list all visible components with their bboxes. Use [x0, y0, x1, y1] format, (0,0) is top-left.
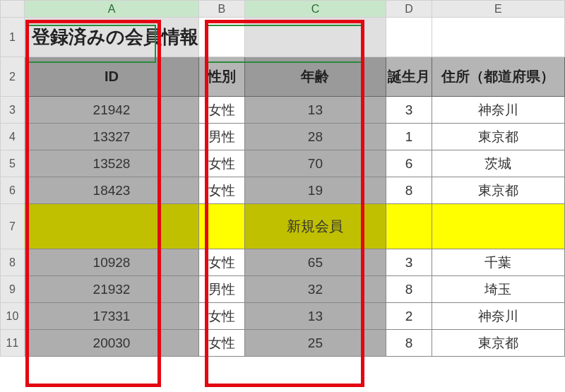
row-header-4[interactable]: 4	[1, 124, 25, 150]
row-header-2[interactable]: 2	[1, 57, 25, 97]
col-header-B[interactable]: B	[199, 1, 245, 18]
cell-birthmonth[interactable]: 6	[386, 150, 432, 177]
header-gender[interactable]: 性別	[199, 57, 245, 97]
cell-gender[interactable]: 女性	[199, 97, 245, 124]
cell-prefecture[interactable]: 東京都	[432, 124, 564, 150]
cell-age[interactable]: 28	[244, 124, 386, 150]
title-row: 1 登録済みの会員情報	[1, 18, 565, 57]
cell-prefecture[interactable]: 神奈川	[432, 97, 564, 124]
table-row: 5 13528 女性 70 6 茨城	[1, 150, 565, 177]
cell-birthmonth[interactable]: 3	[386, 97, 432, 124]
column-headers-row: A B C D E	[1, 1, 565, 18]
cell-B1[interactable]	[199, 18, 245, 57]
row-header-5[interactable]: 5	[1, 150, 25, 177]
cell-age[interactable]: 25	[244, 330, 386, 357]
cell-id[interactable]: 21932	[25, 276, 199, 303]
table-header-row: 2 ID 性別 年齢 誕生月 住所（都道府県）	[1, 57, 565, 97]
spreadsheet-grid: A B C D E 1 登録済みの会員情報 2 ID 性別 年齢 誕生月 住所（…	[0, 0, 565, 357]
cell-id[interactable]: 20030	[25, 330, 199, 357]
cell-gender[interactable]: 女性	[199, 177, 245, 204]
select-all-corner[interactable]	[1, 1, 25, 18]
row-header-7[interactable]: 7	[1, 204, 25, 249]
table-row: 11 20030 女性 25 8 東京都	[1, 330, 565, 357]
table-row: 4 13327 男性 28 1 東京都	[1, 124, 565, 150]
table-row: 6 18423 女性 19 8 東京都	[1, 177, 565, 204]
table-row: 3 21942 女性 13 3 神奈川	[1, 97, 565, 124]
cell-gender[interactable]: 男性	[199, 124, 245, 150]
cell-C1[interactable]	[244, 18, 386, 57]
cell-birthmonth[interactable]: 8	[386, 330, 432, 357]
cell-birthmonth[interactable]: 8	[386, 177, 432, 204]
cell-id[interactable]: 18423	[25, 177, 199, 204]
cell-prefecture[interactable]: 神奈川	[432, 303, 564, 330]
title-cell[interactable]: 登録済みの会員情報	[25, 18, 199, 57]
cell-age[interactable]: 13	[244, 97, 386, 124]
header-prefecture[interactable]: 住所（都道府県）	[432, 57, 564, 97]
cell-age[interactable]: 13	[244, 303, 386, 330]
row-header-10[interactable]: 10	[1, 303, 25, 330]
cell-id[interactable]: 10928	[25, 249, 199, 276]
col-header-D[interactable]: D	[386, 1, 432, 18]
cell-age[interactable]: 32	[244, 276, 386, 303]
row-header-6[interactable]: 6	[1, 177, 25, 204]
cell-gender[interactable]: 女性	[199, 249, 245, 276]
row-header-8[interactable]: 8	[1, 249, 25, 276]
cell-birthmonth[interactable]: 8	[386, 276, 432, 303]
row-header-1[interactable]: 1	[1, 18, 25, 57]
cell-birthmonth[interactable]: 1	[386, 124, 432, 150]
cell-E1[interactable]	[432, 18, 564, 57]
cell-newmember-A[interactable]	[25, 204, 199, 249]
col-header-C[interactable]: C	[244, 1, 386, 18]
cell-newmember-D[interactable]	[386, 204, 432, 249]
cell-birthmonth[interactable]: 2	[386, 303, 432, 330]
cell-prefecture[interactable]: 千葉	[432, 249, 564, 276]
cell-newmember-E[interactable]	[432, 204, 564, 249]
header-birthmonth[interactable]: 誕生月	[386, 57, 432, 97]
cell-id[interactable]: 13327	[25, 124, 199, 150]
table-row: 10 17331 女性 13 2 神奈川	[1, 303, 565, 330]
cell-id[interactable]: 13528	[25, 150, 199, 177]
new-member-label[interactable]: 新規会員	[244, 204, 386, 249]
cell-age[interactable]: 70	[244, 150, 386, 177]
cell-gender[interactable]: 女性	[199, 150, 245, 177]
table-row: 8 10928 女性 65 3 千葉	[1, 249, 565, 276]
cell-birthmonth[interactable]: 3	[386, 249, 432, 276]
table-row: 9 21932 男性 32 8 埼玉	[1, 276, 565, 303]
cell-gender[interactable]: 女性	[199, 303, 245, 330]
cell-id[interactable]: 17331	[25, 303, 199, 330]
row-header-3[interactable]: 3	[1, 97, 25, 124]
cell-prefecture[interactable]: 東京都	[432, 330, 564, 357]
col-header-A[interactable]: A	[25, 1, 199, 18]
header-age[interactable]: 年齢	[244, 57, 386, 97]
cell-prefecture[interactable]: 埼玉	[432, 276, 564, 303]
cell-gender[interactable]: 男性	[199, 276, 245, 303]
cell-D1[interactable]	[386, 18, 432, 57]
cell-prefecture[interactable]: 茨城	[432, 150, 564, 177]
cell-age[interactable]: 19	[244, 177, 386, 204]
cell-prefecture[interactable]: 東京都	[432, 177, 564, 204]
row-header-11[interactable]: 11	[1, 330, 25, 357]
cell-gender[interactable]: 女性	[199, 330, 245, 357]
cell-id[interactable]: 21942	[25, 97, 199, 124]
cell-age[interactable]: 65	[244, 249, 386, 276]
cell-newmember-B[interactable]	[199, 204, 245, 249]
header-id[interactable]: ID	[25, 57, 199, 97]
col-header-E[interactable]: E	[432, 1, 564, 18]
row-header-9[interactable]: 9	[1, 276, 25, 303]
new-member-row: 7 新規会員	[1, 204, 565, 249]
